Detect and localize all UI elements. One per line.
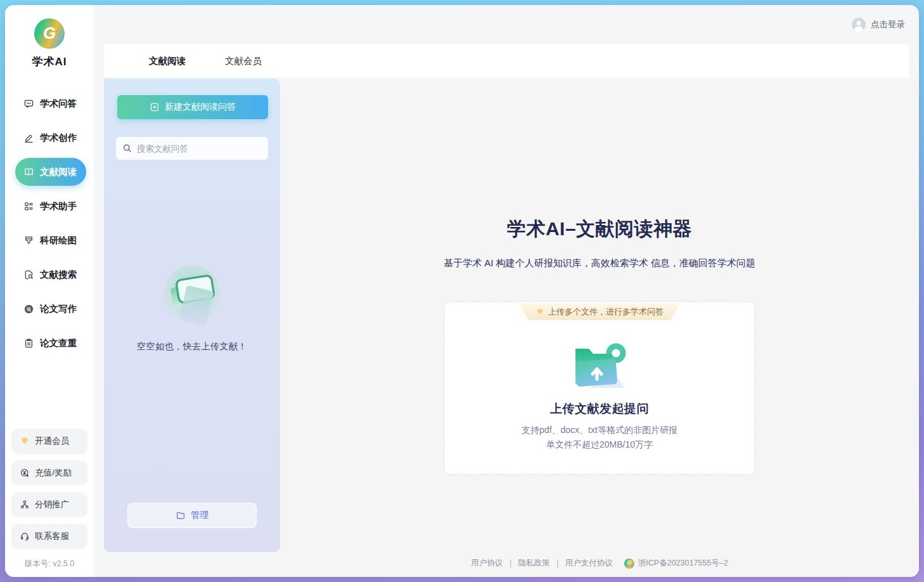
search-icon bbox=[122, 143, 132, 153]
paint-brush-icon bbox=[23, 235, 34, 246]
new-file-plus-icon bbox=[150, 102, 160, 112]
search-box bbox=[116, 137, 268, 160]
brand-block: G 学术AI bbox=[5, 5, 94, 69]
empty-state: 空空如也，快去上传文献！ bbox=[104, 261, 280, 352]
sidebar-item-label: 学术助手 bbox=[40, 200, 77, 212]
sidebar-item-label: 论文查重 bbox=[40, 337, 77, 349]
folder-icon bbox=[176, 510, 186, 521]
contact-support-button[interactable]: 联系客服 bbox=[11, 524, 87, 549]
pencil-icon bbox=[23, 133, 34, 143]
sidebar-item-label: 学术问答 bbox=[40, 98, 77, 110]
app-name: 学术AI bbox=[32, 55, 67, 69]
content-row: 新建文献阅读问答 bbox=[94, 79, 919, 577]
sidebar-item-label: 学术创作 bbox=[40, 132, 77, 144]
tab-literature-membership[interactable]: 文献会员 bbox=[225, 55, 262, 67]
sidebar-item-label: 文献阅读 bbox=[40, 166, 77, 178]
sidebar-item-research-drawing[interactable]: 科研绘图 bbox=[5, 223, 94, 257]
payment-agreement-link[interactable]: 用户支付协议 bbox=[565, 558, 613, 569]
manage-button[interactable]: 管理 bbox=[127, 503, 257, 528]
icp-number[interactable]: 浙ICP备2023017555号–2 bbox=[638, 558, 728, 569]
tab-bar: 文献阅读 文献会员 bbox=[104, 44, 909, 77]
sidebar-item-paper-writing[interactable]: 论 论文写作 bbox=[5, 292, 94, 326]
logo-letter: G bbox=[43, 25, 56, 41]
upload-vip-ribbon: 上传多个文件，进行多学术问答 bbox=[518, 303, 681, 320]
upload-card-desc: 支持pdf、docx、txt等格式的非图片研报 单文件不超过20MB/10万字 bbox=[522, 423, 677, 452]
side-button-label: 充值/奖励 bbox=[35, 467, 72, 479]
topbar: 点击登录 bbox=[94, 5, 919, 44]
main-column: 点击登录 文献阅读 文献会员 新建文献阅读问答 bbox=[94, 5, 919, 577]
reading-session-panel: 新建文献阅读问答 bbox=[104, 79, 280, 552]
page-subtitle: 基于学术 AI 构建个人研报知识库，高效检索学术 信息，准确回答学术问题 bbox=[444, 256, 755, 269]
upload-folder-illustration bbox=[568, 342, 631, 392]
version-label: 版本号: v2.5.0 bbox=[25, 559, 75, 569]
privacy-policy-link[interactable]: 隐私政策 bbox=[518, 558, 550, 569]
footer-separator: ｜ bbox=[506, 558, 514, 569]
new-reading-qa-label: 新建文献阅读问答 bbox=[165, 101, 236, 113]
footer-separator: ｜ bbox=[554, 558, 561, 569]
sidebar-item-academic-qa[interactable]: 学术问答 bbox=[5, 86, 94, 120]
open-membership-button[interactable]: 开通会员 bbox=[11, 429, 87, 454]
gem-icon bbox=[536, 307, 544, 316]
page-footer: 用户协议 ｜ 隐私政策 ｜ 用户支付协议 G 浙ICP备2023017555号–… bbox=[471, 558, 728, 569]
sidebar-item-literature-reading[interactable]: 文献阅读 bbox=[15, 158, 86, 186]
login-label: 点击登录 bbox=[871, 19, 905, 30]
login-button[interactable]: 点击登录 bbox=[852, 18, 905, 32]
avatar-icon bbox=[852, 18, 866, 32]
recharge-rewards-button[interactable]: 充值/奖励 bbox=[11, 460, 87, 486]
empty-folder-illustration bbox=[157, 261, 228, 332]
sidebar-bottom: 开通会员 充值/奖励 分销推广 bbox=[5, 425, 94, 577]
app-window: G 学术AI 学术问答 学术创作 bbox=[5, 5, 919, 577]
gem-icon bbox=[20, 436, 30, 446]
sidebar-menu: 学术问答 学术创作 文献阅读 bbox=[5, 86, 94, 360]
upload-card-title: 上传文献发起提问 bbox=[550, 401, 649, 417]
upload-ribbon-label: 上传多个文件，进行多学术问答 bbox=[548, 306, 664, 318]
open-book-icon bbox=[23, 167, 34, 178]
manage-label: 管理 bbox=[191, 510, 209, 521]
tab-literature-reading[interactable]: 文献阅读 bbox=[149, 55, 186, 67]
document-search-icon bbox=[23, 269, 34, 280]
side-button-label: 联系客服 bbox=[35, 531, 69, 542]
page-title: 学术AI–文献阅读神器 bbox=[507, 217, 692, 241]
clipboard-icon bbox=[23, 338, 34, 349]
new-reading-qa-button[interactable]: 新建文献阅读问答 bbox=[117, 95, 268, 119]
upload-dropzone[interactable]: 上传多个文件，进行多学术问答 bbox=[444, 301, 755, 475]
affiliate-promotion-button[interactable]: 分销推广 bbox=[11, 492, 87, 517]
icp-logo-icon: G bbox=[624, 559, 634, 569]
side-button-label: 开通会员 bbox=[35, 436, 69, 447]
upload-limit-line: 单文件不超过20MB/10万字 bbox=[522, 437, 677, 452]
paper-writing-icon: 论 bbox=[23, 304, 34, 314]
user-agreement-link[interactable]: 用户协议 bbox=[471, 558, 503, 569]
svg-text:论: 论 bbox=[26, 306, 32, 312]
headset-icon bbox=[20, 531, 30, 541]
icp-logo-letter: G bbox=[627, 560, 631, 566]
upload-formats-line: 支持pdf、docx、txt等格式的非图片研报 bbox=[522, 423, 677, 437]
side-button-label: 分销推广 bbox=[35, 499, 69, 510]
network-icon bbox=[20, 500, 30, 510]
sidebar: G 学术AI 学术问答 学术创作 bbox=[5, 5, 94, 577]
sidebar-item-literature-search[interactable]: 文献搜索 bbox=[5, 257, 94, 292]
sidebar-item-label: 论文写作 bbox=[40, 303, 77, 315]
search-input[interactable] bbox=[137, 144, 262, 153]
app-logo: G bbox=[34, 18, 65, 49]
coin-yuan-icon bbox=[20, 468, 30, 478]
sidebar-item-label: 文献搜索 bbox=[40, 269, 77, 281]
sidebar-item-academic-assistant[interactable]: 学术助手 bbox=[5, 189, 94, 223]
sidebar-item-academic-writing[interactable]: 学术创作 bbox=[5, 120, 94, 155]
layout-list-icon bbox=[23, 201, 34, 212]
empty-state-text: 空空如也，快去上传文献！ bbox=[137, 341, 247, 352]
sidebar-item-label: 科研绘图 bbox=[40, 235, 77, 247]
sidebar-item-plagiarism-check[interactable]: 论文查重 bbox=[5, 326, 94, 360]
chat-icon bbox=[23, 98, 34, 109]
main-content: 学术AI–文献阅读神器 基于学术 AI 构建个人研报知识库，高效检索学术 信息，… bbox=[280, 79, 919, 577]
